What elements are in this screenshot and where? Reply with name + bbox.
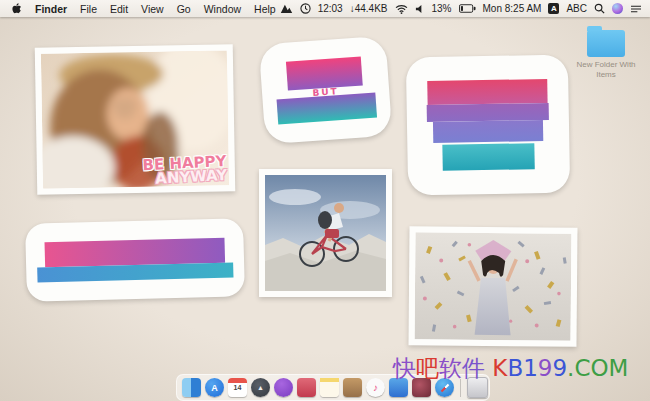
dock-launchpad-icon[interactable]: ▲ [251,378,270,397]
dock-books-icon[interactable] [343,378,362,397]
photo-cyclist [259,169,392,297]
menu-window[interactable]: Window [204,3,241,15]
search-icon[interactable] [594,3,605,14]
menu-bar: FinderFileEditViewGoWindowHelp 12:03 ↓44… [0,0,650,17]
wifi-icon[interactable] [395,4,408,14]
mountain-app-icon[interactable] [280,3,293,14]
folder-label: New Folder With Items [575,60,637,79]
input-source-label[interactable]: ABC [566,3,587,14]
dock-calendar-icon[interactable]: 14 [228,378,247,397]
watermark: 快吧软件 KB199.COM [393,353,628,384]
clock-icon[interactable] [300,3,311,14]
sticker-text-be-happy: BE HAPPY ANYWAY [142,153,227,186]
menu-clock[interactable]: Mon 8:25 AM [483,3,542,14]
battery-icon[interactable] [459,4,476,13]
dock-time-machine-icon[interactable] [297,378,316,397]
dock-finder-icon[interactable] [182,378,201,397]
status-network-speed[interactable]: ↓44.4KB [350,3,388,14]
sticker-i-bring-out: I BRING OUT THE BEST IN OTHERS [25,218,245,302]
sticker-its-how-i-feel: IT’S NOT HOW I LOOK IT’S HOW I FEEL [406,55,570,196]
menu-go[interactable]: Go [177,3,191,15]
siri-icon[interactable] [612,3,623,14]
photo-confetti-woman [408,226,577,346]
folder-icon[interactable] [587,30,625,57]
dock-music-icon[interactable]: ♪ [366,378,385,397]
dock-notes-icon[interactable] [320,378,339,397]
status-time: 12:03 [318,3,343,14]
battery-percent: 13% [432,3,452,14]
dock-app-store-icon[interactable]: A [205,378,224,397]
menu-edit[interactable]: Edit [110,3,128,15]
sticker-line: TOUGH [277,93,377,124]
menu-view[interactable]: View [141,3,164,15]
volume-icon[interactable] [415,4,425,14]
sticker-line: THE BEST IN OTHERS [37,263,233,283]
sticker-nice-but-tough: NICE BUT TOUGH [259,36,393,145]
menu-help[interactable]: Help [254,3,276,15]
sticker-line: IT’S HOW [433,120,543,142]
menu-file[interactable]: File [80,3,97,15]
sticker-line: NICE [286,57,363,91]
menu-finder[interactable]: Finder [35,3,67,15]
input-source-icon[interactable]: A [548,3,559,14]
apple-menu-icon[interactable] [10,2,22,15]
desktop-folder[interactable]: New Folder With Items [567,30,645,79]
menu-items: FinderFileEditViewGoWindowHelp [35,3,276,15]
notification-center-icon[interactable] [630,4,642,14]
dock-podcasts-icon[interactable] [274,378,293,397]
sticker-line: I FEEL [443,143,535,171]
photo-woman-smiling: BE HAPPY ANYWAY [35,44,236,194]
desktop: FinderFileEditViewGoWindowHelp 12:03 ↓44… [0,0,650,401]
